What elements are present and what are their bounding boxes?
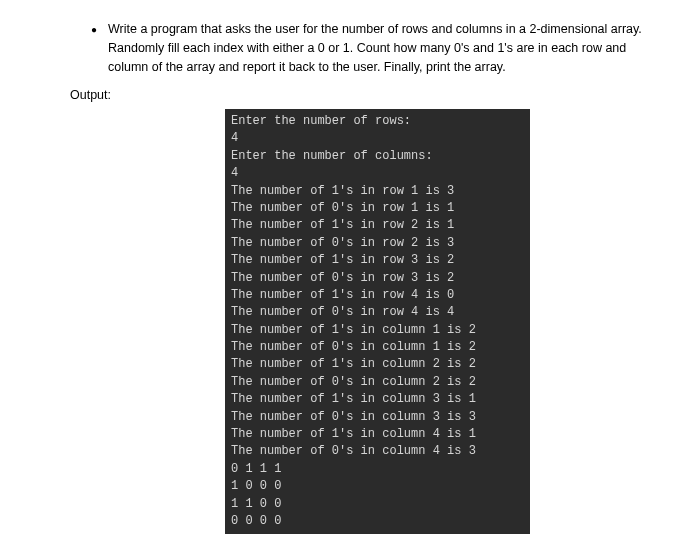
terminal-line: 0 1 1 1 bbox=[231, 461, 524, 478]
terminal-line: The number of 0's in row 2 is 3 bbox=[231, 235, 524, 252]
terminal-line: The number of 1's in row 2 is 1 bbox=[231, 217, 524, 234]
problem-text: Write a program that asks the user for t… bbox=[108, 20, 650, 76]
terminal-line: The number of 0's in row 1 is 1 bbox=[231, 200, 524, 217]
terminal-line: 1 0 0 0 bbox=[231, 478, 524, 495]
terminal-line: 1 1 0 0 bbox=[231, 496, 524, 513]
terminal-line: The number of 1's in column 4 is 1 bbox=[231, 426, 524, 443]
terminal-line: The number of 0's in column 4 is 3 bbox=[231, 443, 524, 460]
terminal-line: Enter the number of rows: bbox=[231, 113, 524, 130]
terminal-line: The number of 0's in column 2 is 2 bbox=[231, 374, 524, 391]
terminal-line: The number of 1's in row 3 is 2 bbox=[231, 252, 524, 269]
terminal-line: The number of 1's in row 1 is 3 bbox=[231, 183, 524, 200]
terminal-line: The number of 1's in row 4 is 0 bbox=[231, 287, 524, 304]
terminal-line: The number of 0's in column 3 is 3 bbox=[231, 409, 524, 426]
terminal-line: 4 bbox=[231, 165, 524, 182]
terminal-line: The number of 0's in row 4 is 4 bbox=[231, 304, 524, 321]
terminal-line: The number of 1's in column 2 is 2 bbox=[231, 356, 524, 373]
terminal-line: The number of 1's in column 1 is 2 bbox=[231, 322, 524, 339]
bullet-icon: ● bbox=[80, 20, 108, 37]
problem-statement: ● Write a program that asks the user for… bbox=[80, 20, 650, 76]
terminal-line: The number of 0's in row 3 is 2 bbox=[231, 270, 524, 287]
output-label: Output: bbox=[70, 86, 650, 105]
terminal-line: The number of 0's in column 1 is 2 bbox=[231, 339, 524, 356]
terminal-output: Enter the number of rows:4Enter the numb… bbox=[225, 109, 530, 534]
terminal-line: 0 0 0 0 bbox=[231, 513, 524, 530]
terminal-line: 4 bbox=[231, 130, 524, 147]
terminal-line: Enter the number of columns: bbox=[231, 148, 524, 165]
terminal-line: The number of 1's in column 3 is 1 bbox=[231, 391, 524, 408]
